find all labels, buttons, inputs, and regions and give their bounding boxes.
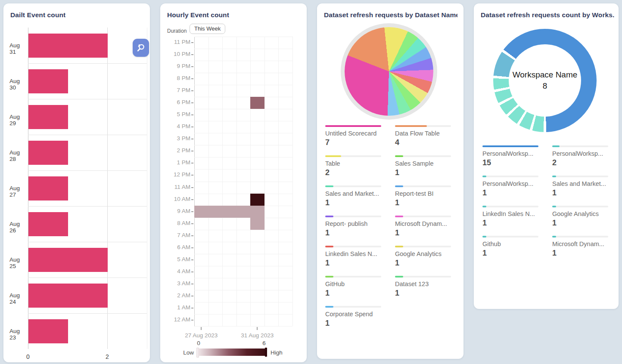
bar[interactable]: [28, 69, 68, 93]
legend-item[interactable]: Linkedin Sales N...1: [325, 246, 390, 276]
hour-axis-tick: [191, 320, 193, 321]
hour-axis-tick: [191, 247, 193, 248]
heatmap-cell[interactable]: [250, 97, 264, 109]
legend-value: 1: [482, 219, 547, 228]
heatmap-cell[interactable]: [208, 206, 223, 218]
legend-item[interactable]: Untitled Scorecard7: [325, 125, 390, 155]
legend-item[interactable]: Sales and Market...1: [552, 176, 617, 206]
legend-item[interactable]: Microsoft Dynam...1: [552, 236, 617, 266]
legend-item[interactable]: Table2: [325, 155, 390, 185]
legend-item[interactable]: PersonalWorksp...1: [482, 176, 547, 206]
heatmap-cell[interactable]: [194, 206, 208, 218]
hour-axis-label: 6 PM: [160, 99, 190, 105]
legend-item[interactable]: Corporate Spend1: [325, 306, 390, 336]
legend-value: 1: [395, 228, 460, 238]
bar[interactable]: [28, 248, 108, 272]
row-separator: [28, 313, 147, 314]
legend-label: Google Analytics: [395, 250, 460, 257]
donut-center-label: Workspace Name: [513, 70, 578, 80]
grid-hline: [194, 278, 292, 278]
scale-high-label: High: [271, 349, 283, 356]
legend-item[interactable]: PersonalWorksp...2: [552, 145, 617, 176]
legend-chip-track: [395, 216, 451, 217]
legend-label: GitHub: [325, 281, 390, 287]
legend-item[interactable]: PersonalWorksp...15: [482, 145, 547, 176]
legend-item[interactable]: Report- publish1: [325, 216, 390, 246]
legend-label: Data Flow Table: [395, 130, 460, 137]
legend-label: Linkedin Sales N...: [325, 250, 390, 257]
bar[interactable]: [28, 105, 68, 129]
legend-chip-track: [552, 236, 608, 238]
heatmap-cell[interactable]: [250, 206, 264, 218]
pie-chart[interactable]: [345, 27, 433, 116]
legend-item[interactable]: Sales Sample1: [395, 155, 460, 185]
grid-hline: [194, 157, 292, 157]
legend-item[interactable]: Google Analytics1: [395, 246, 460, 276]
bar[interactable]: [28, 284, 108, 308]
legend-chip-track: [552, 206, 608, 207]
grid-hline: [194, 169, 292, 170]
bar[interactable]: [28, 176, 68, 201]
legend-item[interactable]: Sales and Market...1: [325, 185, 390, 216]
hour-axis-tick: [191, 308, 193, 308]
legend-chip: [325, 306, 333, 308]
legend-value: 1: [482, 249, 547, 258]
legend-chip: [552, 176, 556, 177]
card-hourly-event-count: Hourly Event count Duration This Week 11…: [160, 3, 307, 362]
hour-axis-label: 6 AM: [160, 244, 190, 250]
legend-chip: [482, 145, 538, 147]
legend-chip-track: [395, 185, 451, 187]
heatmap-cell[interactable]: [250, 218, 264, 230]
plot-right-edge: [147, 28, 147, 349]
grid-hline: [194, 145, 292, 145]
grid-hline: [194, 97, 292, 97]
legend-label: Corporate Spend: [325, 311, 390, 318]
legend-chip: [552, 145, 560, 147]
hour-axis-tick: [191, 54, 193, 55]
bar[interactable]: [28, 34, 108, 58]
hour-axis-tick: [191, 223, 193, 224]
heatmap-cell[interactable]: [250, 194, 264, 206]
heatmap-cell[interactable]: [222, 206, 236, 218]
legend-item[interactable]: Data Flow Table4: [395, 125, 460, 155]
bar[interactable]: [28, 319, 68, 343]
donut-chart[interactable]: Workspace Name 8: [493, 29, 597, 132]
bar-category-label: Aug 27: [9, 185, 28, 198]
scale-low-handle[interactable]: [196, 348, 199, 358]
legend-label: PersonalWorksp...: [552, 150, 617, 157]
legend-item[interactable]: Google Analytics1: [552, 206, 617, 236]
bar[interactable]: [28, 141, 68, 165]
grid-hline: [194, 302, 292, 302]
legend-chip-track: [482, 206, 538, 207]
row-separator: [28, 242, 147, 242]
legend-item[interactable]: Github1: [482, 236, 547, 266]
legend-item[interactable]: Dataset 1231: [395, 276, 460, 306]
heatmap-cell[interactable]: [236, 206, 251, 218]
legend-item[interactable]: Report-test BI1: [395, 185, 460, 216]
grid-hline: [194, 121, 292, 121]
date-axis-label: 27 Aug 2023: [175, 332, 227, 339]
hourly-heatmap: 11 PM10 PM9 PM8 PM7 PM6 PM5 PM4 PM3 PM2 …: [160, 3, 307, 362]
card-daily-event-count: Dailt Event count Aug 31Aug 30Aug 29Aug …: [3, 3, 150, 362]
legend-value: 2: [552, 158, 617, 167]
legend-item[interactable]: Microsoft Dynam...1: [395, 216, 460, 246]
legend-label: Table: [325, 160, 390, 167]
legend-item[interactable]: LinkedIn Sales N...1: [482, 206, 547, 236]
legend-label: Sales and Market...: [552, 180, 617, 187]
scale-high-handle[interactable]: [265, 348, 267, 357]
color-scale-gradient[interactable]: [197, 349, 266, 356]
bar[interactable]: [28, 212, 68, 236]
hour-axis-label: 2 PM: [160, 147, 190, 154]
grid-hline: [194, 37, 292, 37]
legend-value: 1: [325, 228, 390, 238]
donut-legend: PersonalWorksp...15PersonalWorksp...2Per…: [482, 145, 619, 266]
hour-axis-tick: [191, 90, 193, 91]
hour-axis-label: 11 AM: [160, 184, 190, 190]
legend-item[interactable]: GitHub1: [325, 276, 390, 306]
date-axis-tick: [201, 327, 202, 330]
zoom-button[interactable]: [133, 39, 149, 57]
legend-value: 2: [325, 168, 390, 177]
legend-label: Dataset 123: [395, 281, 460, 287]
legend-chip: [395, 216, 403, 217]
legend-chip: [395, 185, 403, 187]
